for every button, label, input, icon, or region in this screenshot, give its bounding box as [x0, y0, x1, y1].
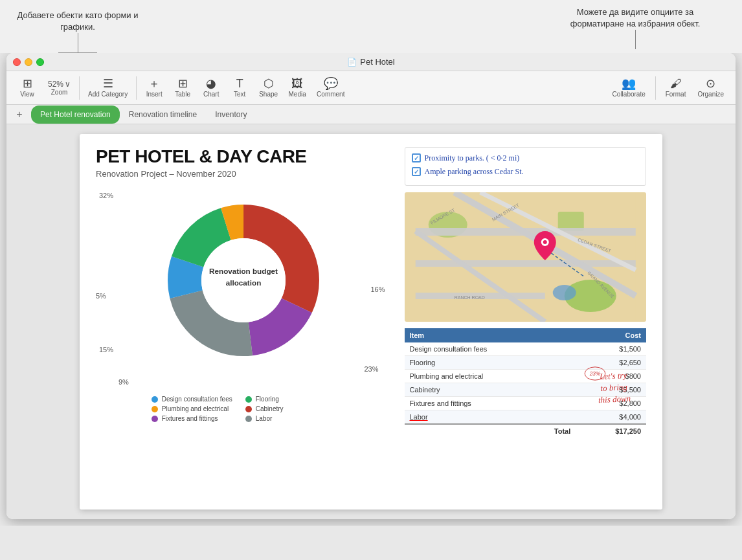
toolbar: ⊞ View 52%∨ Zoom ☰ Add Category ＋ Insert…	[6, 71, 736, 105]
chart-label-5: 5%	[96, 292, 106, 300]
annotation-left-text: Добавете обекти като форми и графики.	[13, 6, 142, 33]
fullscreen-button[interactable]	[36, 58, 44, 66]
tab-inventory[interactable]: Inventory	[206, 106, 256, 124]
handwritten-checks: Proximity to parks. ( < 0·2 mi) Ample pa…	[405, 147, 647, 186]
chart-container[interactable]: 32% 5% 15% 9% 16% 23%	[96, 185, 392, 392]
collaborate-label: Collaborate	[613, 91, 646, 98]
add-category-button[interactable]: ☰ Add Category	[83, 76, 133, 99]
collaborate-button[interactable]: 👥 Collaborate	[607, 76, 651, 99]
labor-underlined: Labor	[410, 413, 428, 421]
document-title: PET HOTEL & DAY CARE	[96, 147, 392, 167]
legend-item-flooring: Flooring	[245, 396, 336, 403]
separator-1	[79, 76, 80, 100]
map-container: FILMORE ST MAIN STREET CEDAR STREET RANC…	[405, 192, 647, 322]
comment-label: Comment	[317, 91, 344, 98]
separator-3	[655, 76, 656, 100]
text-icon: T	[236, 78, 243, 89]
check-item-2: Ample parking across Cedar St.	[412, 166, 640, 177]
media-button[interactable]: 🖼 Media	[283, 76, 311, 99]
organize-button[interactable]: ⊙ Organize	[692, 76, 729, 99]
svg-text:Renovation budget: Renovation budget	[209, 267, 278, 275]
item-name: Labor	[405, 410, 576, 425]
format-button[interactable]: 🖌 Format	[660, 76, 691, 99]
comment-icon: 💬	[324, 78, 338, 89]
svg-point-14	[552, 285, 576, 300]
chart-button[interactable]: ◕ Chart	[197, 76, 225, 99]
window-title: 📄 Pet Hotel	[347, 57, 394, 67]
legend-item-cabinetry: Cabinetry	[245, 405, 336, 412]
legend-dot-flooring	[245, 396, 252, 403]
canvas-area: PET HOTEL & DAY CARE Renovation Project …	[6, 124, 736, 519]
separator-2	[136, 76, 137, 100]
item-name: Fixtures and fittings	[405, 397, 576, 410]
chart-legend: Design consultation fees Plumbing and el…	[96, 396, 392, 422]
svg-point-29	[543, 240, 546, 244]
media-icon: 🖼	[291, 78, 303, 89]
tab-pet-hotel-renovation[interactable]: Pet Hotel renovation	[31, 106, 120, 124]
view-button[interactable]: ⊞ View	[13, 76, 41, 99]
item-name: Flooring	[405, 356, 576, 370]
annotation-left: Добавете обекти като форми и графики.	[13, 6, 142, 53]
tab-bar: + Pet Hotel renovation Renovation timeli…	[6, 105, 736, 124]
shape-label: Shape	[259, 91, 278, 98]
legend-label-cabinetry: Cabinetry	[256, 405, 284, 412]
view-label: View	[20, 91, 34, 98]
chart-icon: ◕	[206, 78, 216, 89]
legend-item-design: Design consultation fees	[152, 396, 242, 403]
annotation-right-text: Можете да видите опциите за форматиране …	[554, 6, 716, 30]
shape-button[interactable]: ⬡ Shape	[254, 76, 283, 99]
insert-label: Insert	[146, 91, 163, 98]
check-text-1: Proximity to parks. ( < 0·2 mi)	[425, 153, 520, 164]
right-column: Proximity to parks. ( < 0·2 mi) Ample pa…	[405, 147, 647, 438]
organize-label: Organize	[697, 91, 724, 98]
legend-dot-cabinetry	[245, 406, 252, 412]
legend-label-flooring: Flooring	[256, 396, 279, 403]
chart-label-15: 15%	[99, 346, 113, 353]
window-title-text: Pet Hotel	[360, 57, 394, 67]
legend-dot-design	[152, 396, 158, 403]
chart-label-32: 32%	[99, 192, 113, 199]
legend-dot-labor	[245, 416, 252, 422]
check-text-2: Ample parking across Cedar St.	[425, 166, 524, 177]
tab-label-0: Pet Hotel renovation	[40, 110, 111, 119]
item-name: Design consultation fees	[405, 342, 576, 356]
table-row: Design consultation fees $1,500	[405, 342, 647, 356]
table-row: Flooring $2,650	[405, 356, 647, 370]
total-value: $17,250	[576, 424, 646, 438]
zoom-label: Zoom	[51, 89, 68, 96]
legend-item-plumbing: Plumbing and electrical	[152, 405, 242, 412]
legend-label-fixtures: Fixtures and fittings	[162, 415, 218, 422]
add-tab-button[interactable]: +	[13, 108, 26, 121]
col-item-header: Item	[405, 328, 576, 342]
insert-button[interactable]: ＋ Insert	[140, 76, 168, 99]
handwritten-note: Let's tryto bringthis down	[596, 370, 631, 407]
check-item-1: Proximity to parks. ( < 0·2 mi)	[412, 153, 640, 164]
document-icon: 📄	[347, 58, 357, 67]
table-header-row: Item Cost	[405, 328, 647, 342]
text-button[interactable]: T Text	[225, 76, 254, 99]
table-wrapper: Item Cost Design consultation fees $1,50…	[405, 328, 647, 438]
table-button[interactable]: ⊞ Table	[168, 76, 197, 99]
page-layout: PET HOTEL & DAY CARE Renovation Project …	[96, 147, 646, 438]
legend-label-labor: Labor	[256, 415, 273, 422]
table-total-row: Total $17,250	[405, 424, 647, 438]
table-row: Labor $4,000	[405, 410, 647, 425]
toolbar-right-group: 👥 Collaborate 🖌 Format ⊙ Organize	[607, 76, 729, 100]
left-column: PET HOTEL & DAY CARE Renovation Project …	[96, 147, 392, 438]
checkbox-2[interactable]	[412, 167, 421, 176]
title-bar: 📄 Pet Hotel	[6, 53, 736, 71]
legend-label-design: Design consultation fees	[162, 396, 232, 403]
item-name: Plumbing and electrical	[405, 370, 576, 383]
donut-chart-svg: Renovation budget allocation	[159, 196, 328, 364]
collaborate-icon: 👥	[622, 78, 636, 89]
tab-renovation-timeline[interactable]: Renovation timeline	[120, 106, 206, 124]
close-button[interactable]	[13, 58, 21, 66]
add-category-icon: ☰	[103, 78, 113, 89]
item-cost: $4,000	[576, 410, 646, 425]
comment-button[interactable]: 💬 Comment	[311, 76, 350, 99]
insert-icon: ＋	[148, 78, 160, 89]
checkbox-1[interactable]	[412, 153, 421, 162]
tab-label-2: Inventory	[215, 110, 247, 119]
zoom-control[interactable]: 52%∨ Zoom	[43, 78, 76, 97]
minimize-button[interactable]	[25, 58, 32, 66]
